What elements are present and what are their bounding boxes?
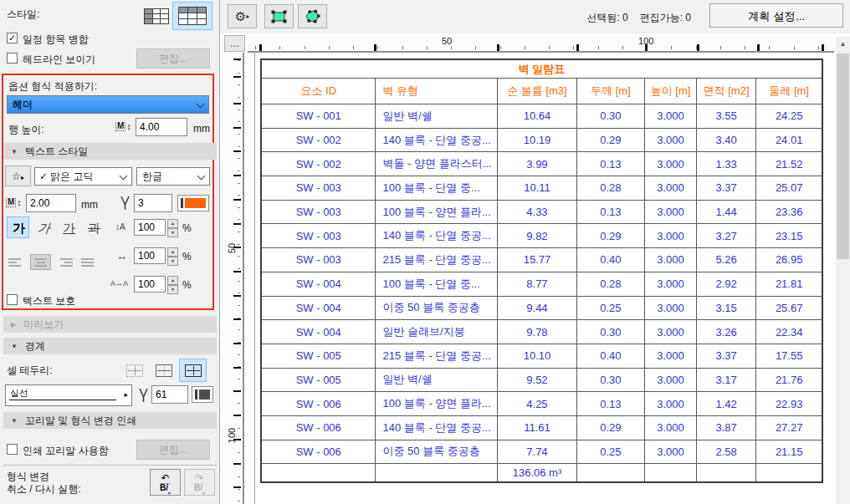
schedule-cell[interactable]: 3.15	[697, 297, 757, 321]
schedule-cell[interactable]: 0.25	[577, 297, 646, 321]
schedule-column-header[interactable]: 순 볼륨 [m3]	[498, 79, 576, 104]
font-size-input[interactable]	[26, 194, 76, 212]
schedule-total-cell[interactable]	[376, 464, 498, 481]
schedule-cell[interactable]: 3.27	[697, 224, 757, 248]
schedule-cell[interactable]: 23.15	[756, 224, 822, 248]
schedule-cell[interactable]: 140 블록 - 단열 중공...	[376, 129, 498, 153]
schedule-cell[interactable]: SW - 005	[262, 369, 376, 393]
schedule-cell[interactable]: 24.01	[756, 129, 822, 153]
vertical-scrollbar[interactable]: ▲	[836, 37, 850, 504]
print-footer-checkbox[interactable]	[7, 444, 18, 455]
ruler-options-button[interactable]: ...	[224, 35, 245, 52]
schedule-cell[interactable]: 9.52	[498, 369, 576, 393]
schedule-cell[interactable]: SW - 004	[262, 272, 376, 297]
line-spacing-input[interactable]	[134, 219, 166, 236]
schedule-cell[interactable]: 0.40	[577, 248, 646, 272]
schedule-cell[interactable]: SW - 005	[262, 344, 376, 369]
schedule-cell[interactable]: 3.000	[645, 416, 697, 440]
schedule-cell[interactable]: 0.30	[577, 104, 646, 129]
align-center-button[interactable]	[30, 254, 51, 270]
protect-text-checkbox[interactable]	[7, 294, 18, 305]
schedule-cell[interactable]: 0.13	[577, 152, 646, 176]
schedule-cell[interactable]: 3.000	[645, 392, 697, 416]
schedule-cell[interactable]: 벽돌 - 양면 플라스터...	[376, 152, 498, 176]
align-right-button[interactable]	[54, 254, 75, 270]
schedule-cell[interactable]: SW - 003	[262, 176, 376, 201]
schedule-cell[interactable]: SW - 006	[262, 392, 376, 416]
schedule-cell[interactable]: 100 블록 - 단열 중...	[376, 176, 498, 201]
schedule-cell[interactable]: 26.95	[756, 248, 822, 272]
tracking-stepper[interactable]: ▲▼	[167, 276, 178, 293]
schedule-cell[interactable]: SW - 003	[262, 201, 376, 225]
schedule-cell[interactable]: SW - 002	[262, 152, 376, 176]
font-family-dropdown[interactable]: ✓ 맑은 고딕	[34, 167, 132, 186]
strikethrough-button[interactable]: 과	[82, 216, 105, 238]
schedule-cell[interactable]: 이중 50 블록 중공층	[376, 297, 498, 321]
schedule-cell[interactable]: 1.44	[697, 201, 757, 225]
schedule-cell[interactable]: 3.000	[645, 369, 697, 393]
schedule-cell[interactable]: 21.81	[756, 272, 822, 297]
schedule-cell[interactable]: 11.61	[498, 416, 576, 440]
schedule-cell[interactable]: 0.40	[577, 344, 646, 369]
schedule-cell[interactable]: 3.26	[697, 320, 757, 344]
font-script-dropdown[interactable]: 한글	[136, 167, 210, 186]
schedule-cell[interactable]: 3.000	[645, 104, 697, 129]
border-pen-color-swatch[interactable]	[192, 386, 213, 403]
schedule-cell[interactable]: 3.000	[645, 248, 697, 272]
row-height-input[interactable]	[136, 118, 187, 136]
underline-button[interactable]: 가	[57, 216, 79, 238]
schedule-cell[interactable]: 27.27	[756, 416, 822, 440]
schedule-total-cell[interactable]	[697, 464, 757, 481]
preview-section-header[interactable]: ▶ 미리보기	[3, 316, 217, 333]
text-style-section-header[interactable]: ▼ 텍스트 스타일	[3, 143, 217, 160]
schedule-cell[interactable]: 3.000	[645, 129, 697, 153]
schedule-cell[interactable]: SW - 003	[262, 248, 376, 272]
tracking-input[interactable]	[134, 276, 166, 293]
schedule-cell[interactable]: 3.17	[697, 369, 757, 393]
schedule-cell[interactable]: 9.44	[498, 297, 576, 321]
schedule-cell[interactable]: SW - 002	[262, 129, 376, 153]
undo-format-button[interactable]: ↶ B/	[150, 469, 181, 496]
schedule-cell[interactable]: 23.36	[756, 201, 822, 225]
schedule-cell[interactable]: 10.10	[498, 344, 576, 369]
schedule-cell[interactable]: SW - 006	[262, 416, 376, 440]
border-none-button[interactable]	[120, 359, 148, 382]
schedule-cell[interactable]: 140 블록 - 단열 중공...	[376, 224, 498, 248]
apply-format-dropdown[interactable]: 헤더	[7, 95, 209, 114]
schedule-cell[interactable]: 일반 슬래브/지붕	[376, 320, 498, 344]
schedule-cell[interactable]: 0.29	[577, 129, 646, 153]
schedule-cell[interactable]: 21.15	[756, 440, 822, 465]
schedule-cell[interactable]: SW - 004	[262, 320, 376, 344]
schedule-cell[interactable]: 100 블록 - 양면 플라...	[376, 201, 498, 225]
schedule-cell[interactable]: 3.000	[645, 440, 697, 465]
schedule-column-header[interactable]: 두께 [m]	[577, 79, 646, 104]
schedule-cell[interactable]: 21.76	[756, 369, 822, 393]
schedule-total-cell[interactable]: 136.06 m³	[498, 464, 576, 481]
schedule-total-cell[interactable]	[756, 464, 822, 481]
schedule-cell[interactable]: 0.28	[577, 176, 646, 201]
line-spacing-stepper[interactable]: ▲▼	[167, 219, 178, 236]
text-pen-input[interactable]	[134, 194, 172, 212]
schedule-cell[interactable]: 9.82	[498, 224, 576, 248]
footer-section-header[interactable]: ▼ 꼬리말 및 형식 변경 인쇄	[3, 412, 217, 429]
schedule-cell[interactable]: 100 블록 - 단열 중...	[376, 272, 498, 297]
schedule-cell[interactable]: 3.37	[697, 344, 757, 369]
align-justify-button[interactable]	[79, 254, 100, 270]
headline-edit-button[interactable]: 편집...	[136, 48, 210, 69]
schedule-cell[interactable]: 1.33	[697, 152, 757, 176]
schedule-cell[interactable]: 1.42	[697, 392, 757, 416]
select-area-button[interactable]	[264, 4, 294, 28]
schedule-title[interactable]: 벽 일람표	[262, 60, 822, 79]
schedule-cell[interactable]: 215 블록 - 단열 중공...	[376, 248, 498, 272]
select-polygon-button[interactable]	[298, 4, 327, 28]
schedule-cell[interactable]: 일반 벽/쉘	[376, 104, 498, 129]
style-option-header-button[interactable]	[172, 2, 212, 30]
footer-edit-button[interactable]: 편집...	[136, 440, 210, 460]
schedule-cell[interactable]: 일반 벽/쉘	[376, 369, 498, 393]
schedule-cell[interactable]: 3.000	[645, 272, 697, 297]
schedule-cell[interactable]: 22.93	[756, 392, 822, 416]
schedule-cell[interactable]: 215 블록 - 단열 중공...	[376, 344, 498, 369]
schedule-cell[interactable]: 5.26	[697, 248, 757, 272]
schedule-total-cell[interactable]	[577, 464, 646, 481]
schedule-cell[interactable]: SW - 006	[262, 440, 376, 465]
